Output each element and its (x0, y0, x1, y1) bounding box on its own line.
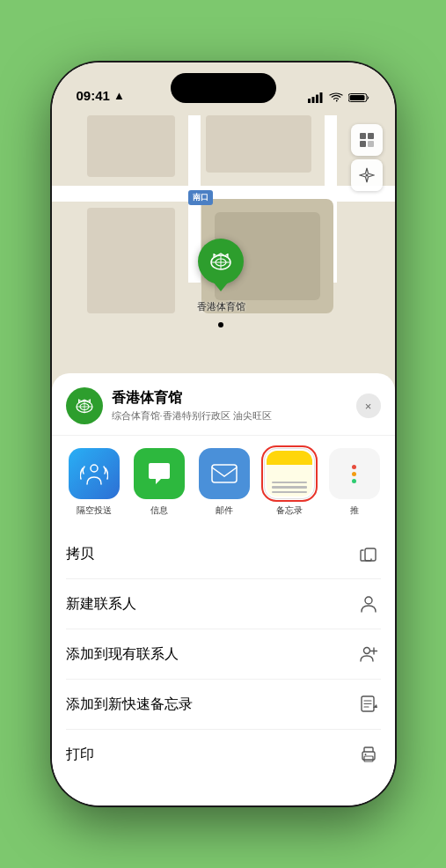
print-symbol-icon (359, 745, 378, 764)
action-add-existing-contact[interactable]: 添加到现有联系人 (66, 629, 381, 680)
svg-rect-15 (368, 133, 374, 139)
more-label: 推 (350, 504, 359, 517)
svg-rect-3 (319, 92, 322, 103)
location-name: 香港体育馆 (112, 389, 347, 408)
share-item-more[interactable]: 推 (326, 448, 383, 517)
map-south-label: 南口 (188, 190, 213, 205)
action-add-existing-label: 添加到现有联系人 (66, 645, 179, 664)
action-quick-note-label: 添加到新快速备忘录 (66, 695, 193, 714)
location-header: 香港体育馆 综合体育馆·香港特别行政区 油尖旺区 × (52, 373, 395, 436)
svg-point-27 (91, 465, 98, 472)
more-icon (329, 448, 380, 499)
share-item-notes[interactable]: 备忘录 (261, 448, 318, 517)
notes-line (272, 491, 307, 494)
venue-icon (74, 395, 95, 416)
svg-point-18 (365, 174, 368, 177)
stadium-pin-icon (208, 248, 234, 275)
action-print[interactable]: 打印 (66, 730, 381, 779)
mail-label: 邮件 (216, 504, 233, 517)
svg-rect-17 (368, 141, 374, 147)
quick-note-icon (356, 692, 381, 717)
message-label: 信息 (150, 504, 168, 517)
battery-icon (348, 92, 370, 103)
more-dot-green (352, 479, 356, 483)
action-list: 拷贝 新建联系人 (52, 529, 395, 779)
location-venue-icon (66, 387, 103, 424)
airdrop-symbol-icon (80, 460, 108, 488)
new-contact-icon (356, 592, 381, 616)
svg-rect-39 (364, 756, 373, 761)
map-block (87, 115, 175, 177)
more-dots (352, 465, 356, 483)
notes-line (272, 486, 307, 489)
map-block (87, 208, 175, 313)
stadium-pin: 香港体育馆 (197, 239, 245, 313)
print-icon (356, 742, 381, 767)
note-symbol-icon (359, 695, 378, 714)
svg-point-31 (363, 648, 369, 654)
location-arrow-icon: ▲ (113, 89, 125, 102)
svg-rect-0 (308, 99, 311, 103)
compass-icon (359, 167, 375, 183)
mail-symbol-icon (210, 461, 238, 486)
svg-point-30 (365, 597, 372, 604)
svg-rect-2 (316, 95, 318, 104)
svg-rect-29 (365, 548, 376, 561)
notes-line (272, 482, 307, 484)
airdrop-icon (69, 448, 120, 499)
map-type-icon (358, 131, 376, 149)
location-button[interactable] (351, 159, 383, 191)
add-contact-icon (356, 642, 381, 666)
svg-rect-14 (360, 133, 366, 139)
share-row: 隔空投送 信息 (52, 436, 395, 529)
map-controls (351, 124, 383, 191)
svg-rect-5 (349, 95, 364, 100)
notes-icon (264, 448, 315, 499)
pin-dot (218, 322, 223, 327)
status-icons (308, 92, 370, 103)
phone-screen: 09:41 ▲ (52, 63, 395, 805)
location-info: 香港体育馆 综合体育馆·香港特别行政区 油尖旺区 (112, 389, 347, 423)
phone-frame: 09:41 ▲ (52, 63, 395, 805)
more-dot-red (352, 465, 356, 469)
svg-point-40 (364, 754, 366, 755)
message-icon (134, 448, 185, 499)
action-copy-label: 拷贝 (66, 545, 94, 563)
svg-rect-28 (212, 465, 237, 482)
person-add-symbol-icon (359, 644, 378, 664)
airdrop-label: 隔空投送 (77, 504, 112, 517)
location-subtitle: 综合体育馆·香港特别行政区 油尖旺区 (112, 409, 347, 423)
share-item-airdrop[interactable]: 隔空投送 (66, 448, 122, 517)
signal-icon (308, 92, 324, 103)
share-item-message[interactable]: 信息 (131, 448, 187, 517)
message-symbol-icon (145, 460, 173, 488)
status-time: 09:41 (77, 88, 110, 103)
pin-label: 香港体育馆 (197, 300, 245, 313)
person-symbol-icon (359, 594, 378, 614)
bottom-sheet: 香港体育馆 综合体育馆·香港特别行政区 油尖旺区 × (52, 373, 395, 805)
close-button[interactable]: × (356, 394, 381, 418)
copy-symbol-icon (359, 544, 378, 563)
dynamic-island (171, 73, 276, 103)
map-type-button[interactable] (351, 124, 383, 156)
map-block (206, 115, 311, 173)
action-new-contact-label: 新建联系人 (66, 595, 136, 614)
svg-rect-16 (360, 141, 366, 147)
notes-icon-content (267, 451, 312, 497)
wifi-icon (329, 92, 343, 103)
more-dot-orange (352, 472, 356, 476)
share-item-mail[interactable]: 邮件 (196, 448, 252, 517)
copy-icon (356, 541, 381, 566)
action-print-label: 打印 (66, 746, 94, 764)
action-copy[interactable]: 拷贝 (66, 529, 381, 579)
action-add-quick-note[interactable]: 添加到新快速备忘录 (66, 680, 381, 730)
action-new-contact[interactable]: 新建联系人 (66, 579, 381, 629)
notes-label: 备忘录 (276, 504, 303, 517)
svg-rect-1 (311, 97, 314, 103)
pin-bubble (198, 239, 244, 284)
mail-icon (199, 448, 250, 499)
